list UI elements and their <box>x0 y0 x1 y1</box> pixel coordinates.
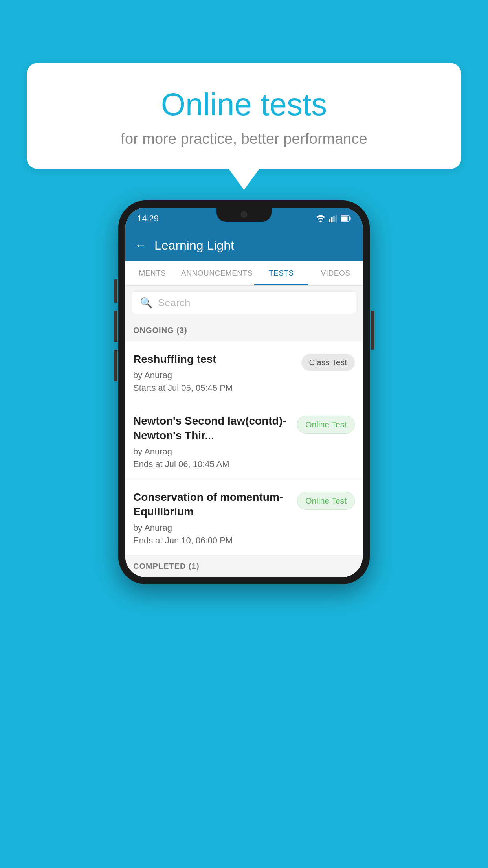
test-by: by Anurag <box>133 370 295 381</box>
search-placeholder: Search <box>158 297 190 309</box>
app-title: Learning Light <box>154 238 234 253</box>
status-icons <box>316 215 351 222</box>
battery-icon <box>341 215 351 222</box>
tab-tests[interactable]: TESTS <box>254 261 308 285</box>
svg-rect-4 <box>336 215 337 222</box>
search-bar-container: 🔍 Search <box>125 286 363 320</box>
test-time: Ends at Jul 06, 10:45 AM <box>133 459 291 469</box>
tab-videos[interactable]: VIDEOS <box>308 261 363 285</box>
signal-icon <box>329 215 337 222</box>
speech-bubble-tail <box>228 168 260 190</box>
test-item-content: Conservation of momentum-Equilibrium by … <box>133 490 291 546</box>
test-time: Ends at Jun 10, 06:00 PM <box>133 535 291 546</box>
phone-container: 14:29 <box>118 200 370 584</box>
side-button-1 <box>114 279 117 303</box>
test-badge: Online Test <box>297 492 355 510</box>
svg-rect-3 <box>333 216 335 222</box>
test-item-content: Reshuffling test by Anurag Starts at Jul… <box>133 352 295 393</box>
wifi-icon <box>316 215 325 222</box>
phone-frame: 14:29 <box>118 200 370 584</box>
svg-rect-6 <box>350 217 351 220</box>
test-time: Starts at Jul 05, 05:45 PM <box>133 383 295 393</box>
ongoing-section-header: ONGOING (3) <box>125 320 363 341</box>
speech-bubble: Online tests for more practice, better p… <box>27 63 461 169</box>
test-name: Newton's Second law(contd)-Newton's Thir… <box>133 414 291 443</box>
test-item[interactable]: Conservation of momentum-Equilibrium by … <box>125 479 363 555</box>
notch-camera <box>241 211 247 218</box>
speech-bubble-container: Online tests for more practice, better p… <box>27 63 461 190</box>
tab-announcements[interactable]: ANNOUNCEMENTS <box>180 261 254 285</box>
notch <box>216 208 272 222</box>
status-bar: 14:29 <box>125 208 363 230</box>
phone-screen: 14:29 <box>125 208 363 577</box>
side-button-3 <box>114 350 117 381</box>
test-item[interactable]: Reshuffling test by Anurag Starts at Jul… <box>125 341 363 403</box>
side-button-right <box>371 311 374 350</box>
svg-rect-2 <box>331 217 333 222</box>
test-by: by Anurag <box>133 447 291 457</box>
test-by: by Anurag <box>133 523 291 533</box>
speech-bubble-title: Online tests <box>58 86 430 123</box>
search-bar[interactable]: 🔍 Search <box>132 291 356 314</box>
tabs-container: MENTS ANNOUNCEMENTS TESTS VIDEOS <box>125 261 363 286</box>
side-button-2 <box>114 311 117 342</box>
search-icon: 🔍 <box>140 297 152 309</box>
svg-point-0 <box>319 221 322 222</box>
completed-section-header: COMPLETED (1) <box>125 555 363 577</box>
test-badge: Class Test <box>301 354 355 371</box>
status-time: 14:29 <box>137 213 159 224</box>
svg-rect-7 <box>341 217 348 221</box>
speech-bubble-subtitle: for more practice, better performance <box>58 131 430 147</box>
test-item-content: Newton's Second law(contd)-Newton's Thir… <box>133 414 291 469</box>
test-item[interactable]: Newton's Second law(contd)-Newton's Thir… <box>125 403 363 479</box>
back-button[interactable]: ← <box>135 239 147 252</box>
test-name: Conservation of momentum-Equilibrium <box>133 490 291 519</box>
tab-ments[interactable]: MENTS <box>125 261 180 285</box>
test-badge: Online Test <box>297 416 355 434</box>
test-name: Reshuffling test <box>133 352 295 366</box>
app-header: ← Learning Light <box>125 230 363 261</box>
svg-rect-1 <box>329 219 330 222</box>
test-list: Reshuffling test by Anurag Starts at Jul… <box>125 341 363 555</box>
